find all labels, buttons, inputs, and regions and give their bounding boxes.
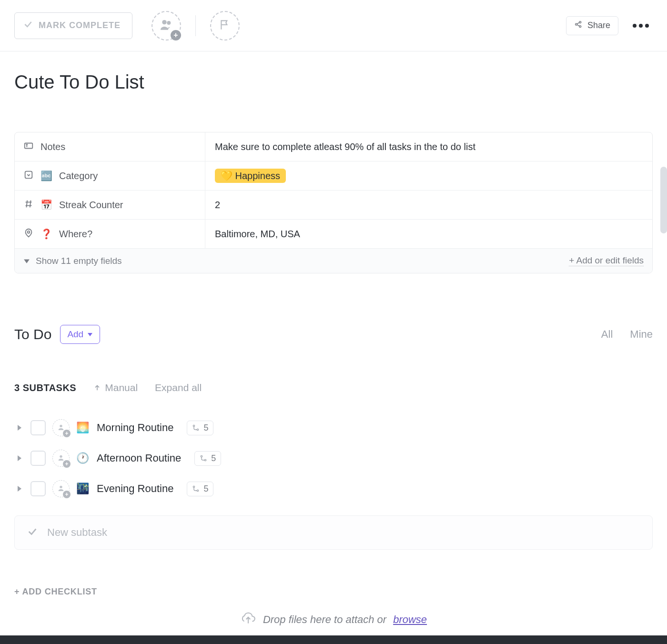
filter-mine[interactable]: Mine — [630, 328, 653, 341]
expand-caret[interactable] — [17, 422, 24, 434]
field-label-notes: Notes — [15, 132, 205, 161]
arrow-up-icon — [93, 384, 101, 392]
dot-icon — [645, 24, 649, 28]
subtask-row: + 🌅 Morning Routine 5 — [14, 413, 653, 443]
assign-subtask-button[interactable]: + — [52, 419, 70, 436]
svg-point-28 — [197, 490, 199, 491]
assign-subtask-button[interactable]: + — [52, 450, 70, 467]
subtask-emoji: 🌅 — [76, 422, 89, 434]
svg-line-5 — [577, 22, 579, 24]
subtask-children-badge[interactable]: 5 — [194, 451, 221, 466]
scrollbar-thumb[interactable] — [660, 167, 667, 233]
share-button[interactable]: Share — [566, 16, 618, 35]
location-field-icon — [23, 228, 34, 241]
share-label: Share — [587, 20, 610, 30]
dropzone-text: Drop files here to attach or — [263, 614, 386, 626]
task-title[interactable]: Cute To Do List — [14, 71, 653, 93]
subtask-count-label: 3 SUBTASKS — [14, 382, 76, 393]
svg-marker-21 — [18, 455, 21, 461]
expand-caret[interactable] — [17, 452, 24, 464]
svg-point-23 — [201, 455, 202, 457]
text-field-icon — [23, 141, 34, 153]
subtree-icon — [192, 423, 200, 432]
add-edit-fields-button[interactable]: + Add or edit fields — [569, 255, 644, 266]
dot-icon — [633, 24, 637, 28]
mark-complete-button[interactable]: MARK COMPLETE — [14, 12, 132, 39]
plus-icon: + — [63, 430, 71, 437]
subtask-name[interactable]: Afternoon Routine — [97, 452, 181, 464]
field-emoji: ❓ — [40, 228, 52, 240]
svg-point-1 — [167, 21, 171, 25]
field-row[interactable]: 📅 Streak Counter 2 — [15, 191, 652, 220]
cloud-upload-icon — [240, 611, 256, 628]
svg-point-22 — [60, 455, 62, 458]
svg-point-26 — [60, 486, 62, 488]
svg-marker-25 — [18, 486, 21, 492]
svg-marker-14 — [24, 259, 30, 263]
svg-rect-8 — [25, 171, 32, 178]
svg-rect-7 — [25, 143, 33, 148]
subtask-checkbox[interactable] — [30, 481, 46, 496]
field-name: Notes — [40, 141, 65, 152]
subtask-children-badge[interactable]: 5 — [187, 421, 213, 435]
subtask-checkbox[interactable] — [30, 420, 46, 435]
attachment-dropzone[interactable]: Drop files here to attach or browse — [14, 611, 653, 637]
number-field-icon — [23, 199, 34, 211]
subtask-row: + 🕐 Afternoon Routine 5 — [14, 443, 653, 473]
subtask-checkbox[interactable] — [30, 451, 46, 466]
field-label-streak: 📅 Streak Counter — [15, 191, 205, 219]
add-label: Add — [67, 329, 83, 340]
subtree-icon — [192, 484, 200, 493]
chevron-down-icon — [23, 258, 30, 264]
bottom-bar — [0, 635, 667, 644]
category-tag: 💛 Happiness — [215, 169, 286, 183]
field-row[interactable]: ❓ Where? Baltimore, MD, USA — [15, 220, 652, 249]
svg-marker-17 — [18, 425, 21, 431]
subtask-emoji: 🌃 — [76, 483, 89, 495]
show-empty-fields-button[interactable]: Show 11 empty fields — [23, 256, 122, 266]
sort-button[interactable]: Manual — [93, 382, 138, 393]
svg-point-18 — [60, 425, 62, 427]
field-emoji: 🔤 — [40, 170, 52, 181]
mark-complete-label: MARK COMPLETE — [39, 20, 121, 30]
share-icon — [574, 20, 583, 31]
chevron-down-icon — [87, 332, 93, 337]
field-label-category: 🔤 Category — [15, 161, 205, 190]
add-checklist-button[interactable]: + ADD CHECKLIST — [14, 587, 653, 597]
svg-point-13 — [28, 231, 30, 233]
more-menu-button[interactable] — [629, 20, 653, 31]
plus-icon: + — [171, 30, 181, 40]
add-assignee-button[interactable]: + — [152, 11, 181, 40]
field-value-streak[interactable]: 2 — [205, 200, 652, 211]
svg-marker-15 — [88, 333, 92, 336]
subtask-name[interactable]: Evening Routine — [97, 483, 173, 495]
field-row[interactable]: 🔤 Category 💛 Happiness — [15, 161, 652, 191]
field-row[interactable]: Notes Make sure to complete atleast 90% … — [15, 132, 652, 161]
field-value-notes[interactable]: Make sure to complete atleast 90% of all… — [205, 141, 652, 152]
filter-all[interactable]: All — [601, 328, 613, 341]
subtask-name[interactable]: Morning Routine — [97, 422, 173, 434]
browse-link[interactable]: browse — [393, 614, 427, 626]
subtask-children-badge[interactable]: 5 — [187, 482, 213, 496]
field-value-where[interactable]: Baltimore, MD, USA — [205, 229, 652, 240]
expand-all-button[interactable]: Expand all — [155, 382, 202, 393]
field-emoji: 📅 — [40, 199, 52, 211]
custom-fields-panel: Notes Make sure to complete atleast 90% … — [14, 132, 653, 273]
svg-point-24 — [205, 459, 206, 461]
svg-line-6 — [577, 25, 579, 26]
new-subtask-row[interactable] — [14, 515, 653, 550]
todo-heading: To Do — [14, 326, 51, 342]
new-subtask-input[interactable] — [47, 526, 640, 539]
field-name: Where? — [59, 229, 92, 240]
set-priority-button[interactable] — [210, 11, 240, 40]
dropdown-field-icon — [23, 170, 34, 182]
svg-line-11 — [26, 200, 27, 207]
add-subtask-button[interactable]: Add — [60, 325, 100, 344]
dot-icon — [639, 24, 643, 28]
svg-line-12 — [30, 200, 31, 207]
field-label-where: ❓ Where? — [15, 220, 205, 248]
expand-caret[interactable] — [17, 483, 24, 495]
check-icon — [23, 20, 33, 31]
assign-subtask-button[interactable]: + — [52, 480, 70, 497]
field-value-category[interactable]: 💛 Happiness — [205, 169, 652, 183]
